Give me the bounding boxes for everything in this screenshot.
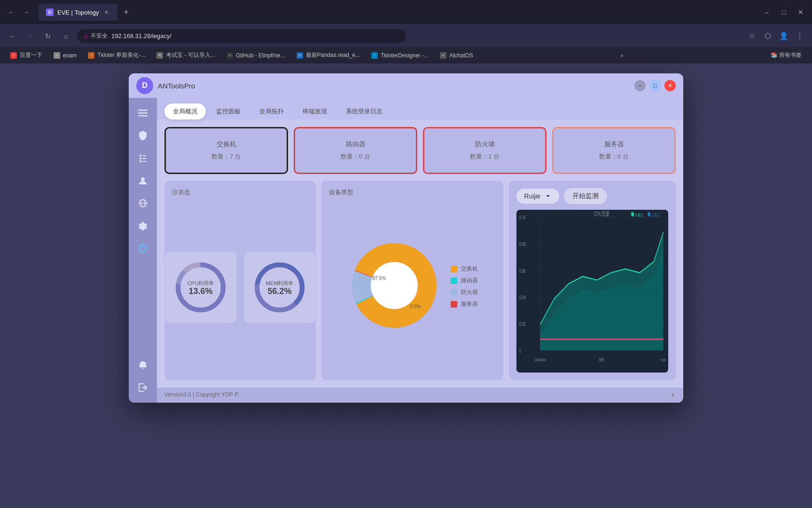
svg-text:时间: 时间	[599, 357, 604, 363]
bookmark-favicon: T	[88, 52, 94, 59]
sidebar-item-shield[interactable]	[133, 125, 153, 146]
sidebar-item-logout[interactable]	[133, 377, 153, 398]
address-input-wrap[interactable]: ⚠ 不安全 192.168.31.28/legacy/	[77, 29, 406, 43]
bookmarks-more-btn[interactable]: »	[617, 50, 627, 61]
svg-rect-4	[142, 155, 146, 156]
tab-monitor[interactable]: 监控面板	[208, 103, 249, 119]
device-cards: 交换机 数量：7 台 路由器 数量：0 台 防火墙 数量：1 台	[164, 127, 676, 174]
device-count-firewall: 数量：1 台	[470, 152, 500, 161]
addr-back-btn[interactable]: ←	[6, 30, 19, 43]
legend-label-router: 路由器	[461, 277, 478, 285]
start-monitor-btn[interactable]: 开始监测	[564, 188, 607, 204]
svg-text:CPU利用率: CPU利用率	[187, 280, 214, 286]
bookmark-label: 考试宝 - 可以导入...	[166, 51, 215, 59]
addr-forward-btn[interactable]: →	[23, 30, 37, 43]
bookmark-allbooks[interactable]: 📚 所有书签	[766, 49, 806, 61]
app-window: D ANToolsPro – □ ✕	[129, 73, 683, 403]
window-minimize-btn[interactable]: –	[760, 6, 773, 19]
tab-terminal[interactable]: 终端发现	[294, 103, 336, 119]
active-tab[interactable]: D EVE | Topology ✕	[39, 4, 117, 21]
bell-icon	[138, 360, 148, 370]
tab-topology[interactable]: 全局拓扑	[251, 103, 292, 119]
window-restore-btn[interactable]: □	[777, 6, 790, 19]
addr-refresh-btn[interactable]: ↻	[41, 30, 55, 43]
svg-text:0.04: 0.04	[519, 295, 526, 301]
extension-btn[interactable]: ⬡	[761, 30, 774, 43]
svg-point-49	[648, 212, 651, 216]
svg-point-9	[141, 177, 145, 181]
nav-back-btn[interactable]: ←	[5, 6, 18, 19]
tab-syslog[interactable]: 系统登录日志	[337, 103, 391, 119]
new-tab-btn[interactable]: +	[119, 6, 133, 19]
addr-action-buttons: ☆ ⬡ 👤 ⋮	[745, 30, 806, 43]
device-card-router[interactable]: 路由器 数量：0 台	[294, 127, 417, 174]
shield-icon	[138, 130, 148, 141]
nav-forward-btn[interactable]: →	[20, 6, 33, 19]
mem-gauge: MEM利用率 56.2%	[244, 252, 315, 323]
sidebar-item-globe[interactable]	[133, 193, 153, 214]
tab-overview[interactable]: 全局概况	[164, 103, 206, 119]
url-display[interactable]: 192.168.31.28/legacy/	[111, 32, 172, 40]
device-card-switch[interactable]: 交换机 数量：7 台	[164, 127, 288, 174]
addr-home-btn[interactable]: ⌂	[59, 30, 72, 43]
legend-label-switch: 交换机	[461, 265, 478, 273]
device-count-switch: 数量：7 台	[211, 152, 241, 161]
bookmark-favicon: G	[226, 52, 233, 59]
device-count-router: 数量：0 台	[341, 152, 370, 161]
sidebar-item-menu[interactable]	[133, 103, 153, 123]
bookmark-github[interactable]: G GitHub - Elinpf/ne...	[222, 50, 290, 61]
tab-close-btn[interactable]: ✕	[102, 8, 110, 16]
browser-nav: ← →	[5, 6, 33, 19]
legend-dot-server	[451, 301, 457, 308]
app-titlebar: D ANToolsPro – □ ✕	[129, 73, 683, 98]
app-close-btn[interactable]: ✕	[664, 80, 676, 91]
device-card-firewall[interactable]: 防火墙 数量：1 台	[423, 127, 547, 174]
bookmark-label: AlchatOS	[449, 52, 473, 59]
dropdown-label: Ruijie	[524, 192, 540, 200]
sidebar-item-list[interactable]	[133, 148, 153, 168]
circle-c-icon: C	[138, 244, 148, 253]
bookmark-label: 📚 所有书签	[771, 51, 802, 59]
bookmark-star-btn[interactable]: ☆	[745, 30, 758, 43]
bookmark-label: exam	[63, 52, 77, 59]
svg-rect-3	[140, 155, 141, 157]
tab-bar: ← → D EVE | Topology ✕ + – □ ✕	[0, 0, 812, 24]
app-minimize-btn[interactable]: –	[634, 80, 646, 91]
device-count-server: 数量：0 台	[599, 152, 629, 161]
donut-chart-wrap: 87.5% 0.0%	[347, 238, 441, 334]
bookmark-tkinterdesigner[interactable]: T TkinterDesigner -...	[367, 50, 433, 61]
bookmark-tkinter[interactable]: T Tkinter 界面美化-...	[83, 49, 150, 61]
tab-favicon: D	[46, 8, 54, 16]
svg-text:0.08: 0.08	[519, 242, 526, 247]
security-indicator: ⚠ 不安全	[84, 32, 108, 40]
svg-text:0.02: 0.02	[519, 321, 526, 327]
sidebar-item-notification[interactable]	[133, 355, 153, 375]
svg-text:C: C	[141, 246, 144, 251]
device-card-server[interactable]: 服务器 数量：0 台	[552, 127, 676, 174]
menu-btn[interactable]: ⋮	[793, 30, 806, 43]
device-type-title: 设备类型	[329, 188, 353, 197]
bookmark-exam[interactable]: e exam	[49, 50, 81, 61]
window-controls: – □ ✕	[760, 6, 807, 19]
profile-btn[interactable]: 👤	[777, 30, 790, 43]
sidebar-item-user[interactable]	[133, 170, 153, 191]
bookmark-kaoshibao[interactable]: 考 考试宝 - 可以导入...	[152, 49, 220, 61]
app-body: C	[129, 98, 683, 403]
device-dropdown-btn[interactable]: Ruijie	[516, 189, 559, 204]
svg-rect-1	[138, 112, 148, 114]
app-maximize-btn[interactable]: □	[649, 80, 661, 91]
window-close-btn[interactable]: ✕	[794, 6, 807, 19]
device-name-router: 路由器	[346, 140, 366, 149]
sidebar-bottom	[133, 355, 153, 398]
sidebar-item-settings[interactable]	[133, 215, 153, 236]
bookmark-alchat[interactable]: A AlchatOS	[435, 50, 478, 61]
monitor-header: Ruijie 开始监测	[516, 188, 668, 204]
bookmark-favicon: T	[371, 52, 378, 59]
legend-dot-router	[451, 278, 457, 284]
cursor-indicator: ✦	[670, 391, 676, 399]
sidebar-item-circle[interactable]: C	[133, 238, 153, 259]
bookmark-pandas[interactable]: 知 最新Pandas.read_e...	[292, 49, 365, 61]
svg-text:出接口: 出接口	[635, 213, 643, 218]
device-name-server: 服务器	[604, 140, 624, 149]
bookmark-baiduyixia[interactable]: 百 百度一下	[6, 49, 47, 61]
